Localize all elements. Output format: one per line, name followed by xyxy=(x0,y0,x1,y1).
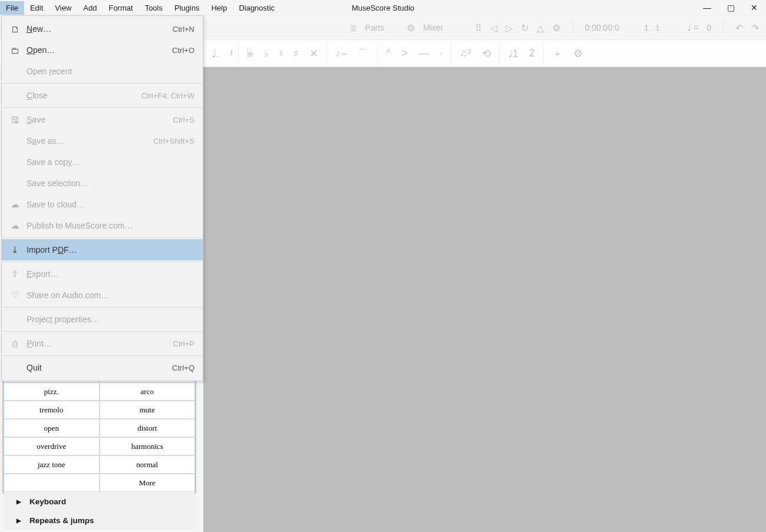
palette-cell-overdrive[interactable]: overdrive xyxy=(4,437,100,455)
tempo-label: ♩ = xyxy=(687,23,698,32)
score-canvas[interactable] xyxy=(203,67,766,532)
menu-item-close: CloseCtrl+F4; Ctrl+W xyxy=(2,85,203,106)
loop-icon[interactable]: ↻ xyxy=(521,22,529,34)
menu-item-save-a-copy: Save a copy… xyxy=(2,151,203,173)
menu-item-open-recent: Open recent xyxy=(2,61,203,82)
menu-item-label: Open recent xyxy=(27,67,189,76)
palette-section-repeats[interactable]: ▶ Repeats & jumps xyxy=(4,511,195,530)
menu-item-icon: ⤓ xyxy=(9,244,21,255)
flat-icon[interactable]: ♭ xyxy=(264,47,269,60)
menu-item-save: 🖫SaveCtrl+S xyxy=(2,109,203,130)
gear-icon[interactable]: ⚙ xyxy=(573,47,583,60)
redo-icon[interactable]: ↷ xyxy=(751,22,759,34)
menu-bar: FileEditViewAddFormatToolsPluginsHelpDia… xyxy=(0,0,280,15)
palette-cell-more[interactable]: More xyxy=(100,474,196,492)
add-icon[interactable]: ＋ xyxy=(552,47,563,61)
time-display: 0:00:00:0 xyxy=(585,23,619,32)
maximize-button[interactable]: ▢ xyxy=(719,0,742,15)
mixer-button[interactable]: Mixer xyxy=(423,23,443,32)
tempo-value: 0 xyxy=(706,23,711,32)
menu-item-icon: ♡ xyxy=(9,290,21,300)
parts-button[interactable]: Parts xyxy=(365,23,385,32)
play-icon[interactable]: ▷ xyxy=(506,22,513,34)
menu-item-icon: 🗋 xyxy=(9,24,21,34)
menu-separator xyxy=(2,355,203,356)
voice1-icon[interactable]: ♩1 xyxy=(508,47,519,60)
palette-cell-pizz-[interactable]: pizz. xyxy=(4,382,100,401)
tie-icon[interactable]: ♪⌣ xyxy=(335,47,348,60)
palette-cell-open[interactable]: open xyxy=(4,419,100,437)
measure-display: 1 . 1 xyxy=(644,23,660,32)
accent-icon[interactable]: > xyxy=(401,47,408,60)
menu-tools[interactable]: Tools xyxy=(139,1,169,15)
menu-item-quit[interactable]: QuitCtrl+Q xyxy=(2,357,203,378)
palette-section-keyboard[interactable]: ▶ Keyboard xyxy=(4,492,195,511)
metronome-icon[interactable]: △ xyxy=(537,22,544,34)
menu-help[interactable]: Help xyxy=(206,1,233,15)
menu-item-label: New… xyxy=(27,24,167,34)
menu-add[interactable]: Add xyxy=(77,1,103,15)
menu-item-import-pdf[interactable]: ⤓Import PDF… xyxy=(2,239,203,260)
window-controls: — ▢ ✕ xyxy=(695,0,766,15)
menu-item-project-properties: Project properties… xyxy=(2,309,203,330)
menu-diagnostic[interactable]: Diagnostic xyxy=(233,1,280,15)
palette-cell-normal[interactable]: normal xyxy=(100,455,196,474)
minimize-button[interactable]: — xyxy=(695,0,719,15)
title-bar: FileEditViewAddFormatToolsPluginsHelpDia… xyxy=(0,0,766,15)
palette-cell-tremolo[interactable]: tremolo xyxy=(4,401,100,419)
menu-separator xyxy=(2,262,203,262)
menu-item-icon: ⇪ xyxy=(9,269,21,279)
menu-edit[interactable]: Edit xyxy=(24,1,49,15)
flip-icon[interactable]: ⟲ xyxy=(482,47,491,60)
separator xyxy=(572,20,573,35)
menu-separator xyxy=(2,331,203,332)
doubleflat-icon[interactable]: 𝄫 xyxy=(247,47,253,60)
menu-plugins[interactable]: Plugins xyxy=(169,1,206,15)
undo-icon[interactable]: ↶ xyxy=(735,22,743,34)
settings-icon[interactable]: ⚙ xyxy=(552,22,560,34)
rewind-icon[interactable]: ◁ xyxy=(490,22,497,34)
menu-item-export: ⇪Export… xyxy=(2,263,203,285)
menu-file[interactable]: File xyxy=(0,1,24,15)
menu-item-label: Open… xyxy=(27,45,166,55)
menu-item-shortcut: Ctrl+O xyxy=(172,46,194,55)
menu-item-label: Share on Audio.com… xyxy=(27,290,189,300)
separator xyxy=(723,20,724,35)
palette-cell-arco[interactable]: arco xyxy=(100,382,196,401)
close-button[interactable]: ✕ xyxy=(742,0,766,15)
menu-item-shortcut: Ctrl+Q xyxy=(172,364,194,372)
voice2-icon[interactable]: 𝅘𝅥2 xyxy=(529,47,535,60)
menu-item-save-as: Save as…Ctrl+Shift+S xyxy=(2,130,203,151)
menu-format[interactable]: Format xyxy=(103,1,138,15)
tenuto-icon[interactable]: — xyxy=(418,47,429,60)
cancel-icon[interactable]: ✕ xyxy=(309,47,318,60)
palette-cell-jazz-tone[interactable]: jazz tone xyxy=(4,455,100,474)
palette-cell-distort[interactable]: distort xyxy=(100,419,196,437)
sharp-icon[interactable]: ♯ xyxy=(293,47,299,60)
staccato-icon[interactable]: · xyxy=(440,47,443,60)
palette-cell-mute[interactable]: mute xyxy=(100,401,196,419)
menu-item-icon: ⎙ xyxy=(9,339,21,349)
menu-item-save-selection: Save selection… xyxy=(2,173,203,194)
menu-item-icon: ☁ xyxy=(9,199,21,210)
grip-icon[interactable]: ⠿ xyxy=(475,22,482,34)
menu-item-print: ⎙Print…Ctrl+P xyxy=(2,333,203,354)
menu-separator xyxy=(2,307,203,308)
menu-separator xyxy=(2,107,203,108)
note-icon[interactable]: ♩. xyxy=(212,47,219,60)
natural-icon[interactable]: ♮ xyxy=(279,47,283,60)
menu-item-label: Save selection… xyxy=(27,179,189,188)
menu-item-icon: ☁ xyxy=(9,220,21,231)
menu-view[interactable]: View xyxy=(49,1,77,15)
slur-icon[interactable]: ⌒ xyxy=(358,47,369,61)
menu-item-save-to-cloud: ☁Save to cloud… xyxy=(2,194,203,215)
menu-item-open[interactable]: 🗀Open…Ctrl+O xyxy=(2,39,203,61)
menu-item-new[interactable]: 🗋New…Ctrl+N xyxy=(2,18,203,39)
tuplet-icon[interactable]: ♫³ xyxy=(460,47,471,60)
palette-cell-harmonics[interactable]: harmonics xyxy=(100,437,196,455)
menu-item-shortcut: Ctrl+S xyxy=(173,115,194,124)
palette-cell-empty xyxy=(4,474,100,492)
menu-item-label: Save to cloud… xyxy=(27,200,189,209)
menu-item-label: Save a copy… xyxy=(27,157,189,167)
marcato-icon[interactable]: ^ xyxy=(386,47,391,60)
